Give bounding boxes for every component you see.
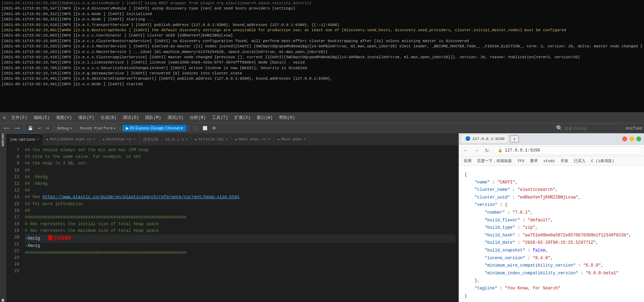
forward-nav-button[interactable]: → bbox=[472, 146, 481, 155]
tab-label: Main.aspx.cs bbox=[239, 137, 266, 141]
left-sidebar: 源代码管理器 源 设置 源 调试 扩展 固定导 速访 bbox=[0, 133, 6, 302]
jvm-option: -Xmx1g bbox=[25, 243, 40, 248]
undo-button[interactable]: ↩ bbox=[36, 125, 43, 131]
json-value: "8.4.0" bbox=[533, 256, 550, 261]
platform-dropdown[interactable]: Mixed Platform ▾ bbox=[79, 125, 118, 132]
bookmark-item[interactable]: 开发 bbox=[558, 157, 570, 164]
json-string-line: "build_date" : "2020-02-29T00:15:25.5297… bbox=[465, 239, 638, 247]
close-window-button[interactable] bbox=[622, 136, 627, 141]
minimize-window-button[interactable] bbox=[629, 136, 634, 141]
editor-tab[interactable]: ●Article.sql× bbox=[191, 133, 231, 145]
menu-item[interactable]: 分析(N) bbox=[187, 114, 209, 121]
menu-item[interactable]: 团队(M) bbox=[142, 114, 164, 121]
debug-arrow: ▾ bbox=[70, 126, 72, 130]
json-string-line: "minimum_wire_compatibility_version" : "… bbox=[465, 262, 638, 270]
json-key: "minimum_wire_compatibility_version" bbox=[485, 263, 576, 268]
code-line: ## bbox=[25, 208, 455, 214]
separator-4 bbox=[120, 125, 120, 132]
bookmark-item[interactable]: 应用 bbox=[462, 157, 474, 164]
terminal-line: [2021-05-11T15:02:15,419][INFO ][o.e.c.s… bbox=[1, 55, 643, 60]
bookmark-item[interactable]: 已买入 bbox=[572, 157, 588, 164]
tab-close-button[interactable]: × bbox=[93, 137, 95, 141]
bookmark-item[interactable]: 要求 bbox=[528, 157, 540, 164]
unified-label: Unified bbox=[626, 126, 642, 130]
bookmark-item[interactable]: C (1条消息) bbox=[589, 157, 616, 164]
search-box[interactable]: 🔍 bbox=[554, 124, 623, 133]
search-input[interactable] bbox=[564, 126, 621, 130]
json-value: "CAOYI" bbox=[497, 180, 515, 185]
menu-item[interactable]: 窗口(W) bbox=[254, 114, 276, 121]
menu-item[interactable]: 扩展(X) bbox=[232, 114, 253, 121]
save-button[interactable]: 💾 bbox=[26, 125, 35, 131]
json-value: "default" bbox=[528, 218, 550, 223]
platform-arrow: ▾ bbox=[114, 126, 116, 130]
bookmark-item[interactable]: study bbox=[541, 158, 557, 164]
back-button[interactable]: ⟵ bbox=[2, 125, 11, 131]
toolbar-btn-1[interactable]: ⬛ bbox=[191, 125, 199, 131]
menu-item[interactable]: 视图(V) bbox=[53, 114, 75, 121]
json-close-line: }, bbox=[465, 277, 638, 285]
code-line: # Xmx represents the maximum size of tot… bbox=[25, 228, 455, 234]
json-key: "minimum_index_compatibility_version" bbox=[485, 271, 578, 276]
terminal-line: [2021-05-11T15:02:15,283][INFO ][o.e.c.s… bbox=[1, 44, 643, 49]
tab-close-button[interactable]: × bbox=[226, 137, 228, 141]
menu-item[interactable]: 测试(S) bbox=[165, 114, 187, 121]
line-number: 9 bbox=[6, 160, 19, 167]
line-number: 15 bbox=[6, 201, 19, 208]
editor-tab[interactable]: ●Main.aspx× bbox=[274, 133, 310, 145]
editor-tab[interactable]: jvm.options× bbox=[6, 133, 43, 145]
redo-button[interactable]: ↪ bbox=[44, 125, 51, 131]
editor-tab[interactable]: ●NoticEmbed.aspx.cs× bbox=[43, 133, 100, 145]
editor-tab[interactable]: 历史记录 - V3.0.2.4× bbox=[140, 133, 192, 145]
code-line: ## for more information bbox=[25, 201, 455, 208]
browser-pane: 🔵 127.0.0.1:9200 + ← → ↻ bbox=[458, 133, 644, 302]
menu-item[interactable]: 项目(P) bbox=[75, 114, 97, 121]
bookmark-item[interactable]: TFS bbox=[515, 158, 527, 164]
editor-tab[interactable]: ●Main.aspx.cs× bbox=[232, 133, 274, 145]
menu-item[interactable]: 调试(D) bbox=[120, 114, 142, 121]
editor-tab[interactable]: ●BasePage.cs× bbox=[99, 133, 139, 145]
separator-3 bbox=[76, 125, 76, 132]
platform-label: Mixed Platform bbox=[80, 126, 113, 130]
reload-nav-button[interactable]: ↻ bbox=[483, 146, 491, 155]
run-button[interactable]: ▶ IIS Express (Google Chrome) ▾ bbox=[122, 125, 187, 132]
toolbar-btn-2[interactable]: ⬜ bbox=[201, 125, 209, 131]
tab-close-button[interactable]: × bbox=[37, 137, 39, 141]
line-number: 16 bbox=[6, 208, 19, 214]
tab-label: Article.sql bbox=[198, 137, 224, 141]
menu-item[interactable]: 帮助(H) bbox=[276, 114, 298, 121]
tab-close-button[interactable]: × bbox=[134, 137, 136, 141]
toolbar-btn-3[interactable]: ⚙ bbox=[211, 125, 218, 131]
menu-item[interactable]: 编辑(E) bbox=[31, 114, 53, 121]
json-key: "name" bbox=[475, 180, 490, 185]
menu-item[interactable]: 文件(F) bbox=[8, 114, 30, 121]
browser-tab[interactable]: 🔵 127.0.0.1:9200 bbox=[462, 135, 508, 143]
forward-button[interactable]: ⟶ bbox=[13, 125, 22, 131]
json-key: "cluster_name" bbox=[475, 187, 510, 192]
menu-item[interactable]: 工具(T) bbox=[209, 114, 231, 121]
back-nav-button[interactable]: ← bbox=[462, 146, 470, 155]
comment-text: ## See bbox=[25, 195, 42, 200]
line-number: 12 bbox=[6, 181, 19, 187]
browser-toolbar: ← → ↻ 🔒 127.0.0.1:9200 bbox=[459, 145, 644, 156]
code-lines[interactable]: ## You should always set the min and max… bbox=[22, 146, 458, 302]
code-line: ## size to the same value. For example, … bbox=[25, 154, 455, 160]
tab-modified-indicator: ● bbox=[195, 138, 197, 141]
terminal-line: [2021-05-11T15:01:55,347][INFO ][o.e.d.D… bbox=[1, 6, 643, 11]
terminal-line: [2021-05-11T15:02:24,461][INFO ][o.e.n.N… bbox=[1, 82, 643, 87]
tab-close-button[interactable]: × bbox=[304, 137, 306, 141]
tab-close-button[interactable]: × bbox=[185, 137, 188, 141]
json-key: "build_snapshot" bbox=[485, 248, 525, 253]
address-bar[interactable]: 🔒 127.0.0.1:9200 bbox=[493, 146, 641, 155]
maximize-window-button[interactable] bbox=[636, 136, 641, 141]
code-line: ## bbox=[25, 167, 455, 174]
menu-item[interactable]: 生成(B) bbox=[98, 114, 120, 121]
line-number: 25 bbox=[6, 268, 19, 275]
line-numbers: 78910111213141516171819202122232425 bbox=[6, 146, 22, 302]
bookmark-item[interactable]: 百度一下，你就知道 bbox=[475, 157, 514, 164]
heap-size-link[interactable]: https://www.elastic.co/guide/en/elastics… bbox=[42, 195, 239, 200]
debug-dropdown[interactable]: Debug ▾ bbox=[55, 125, 74, 132]
tab-close-button[interactable]: × bbox=[268, 137, 270, 141]
line-number: 24 bbox=[6, 261, 19, 268]
new-tab-button[interactable]: + bbox=[510, 135, 518, 142]
